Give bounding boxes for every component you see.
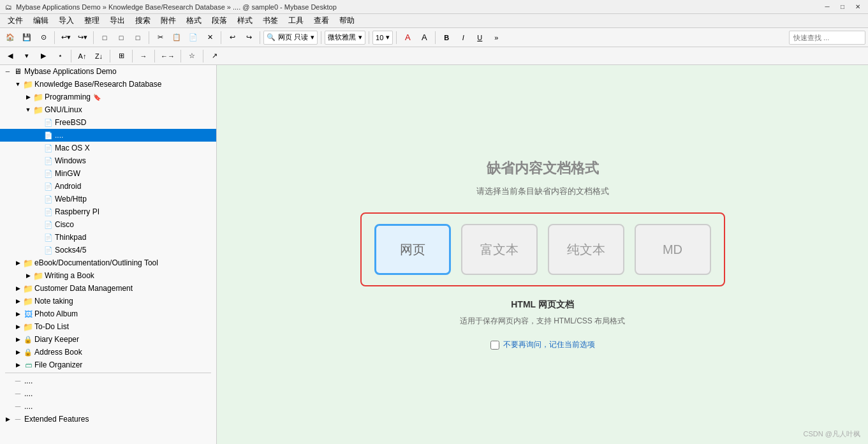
expander-customer: ▶ <box>13 285 23 292</box>
tree-item-mybase-demo[interactable]: ─ 🖥 Mybase Applications Demo <box>0 65 216 78</box>
back-btn[interactable]: ↩▾ <box>58 30 73 45</box>
tree-item-todolist[interactable]: ▶ 📁 To-Do List <box>0 320 216 333</box>
undo-btn[interactable]: ↩ <box>224 30 240 45</box>
save-btn[interactable]: 💾 <box>19 30 34 45</box>
tree-item-notetaking[interactable]: ▶ 📁 Note taking <box>0 295 216 307</box>
close-btn[interactable]: ✕ <box>853 2 863 12</box>
menu-search[interactable]: 搜索 <box>130 14 156 27</box>
tree-item-kb[interactable]: ▼ 📁 Knowledge Base/Research Database <box>0 78 216 91</box>
tree-item-diary[interactable]: ▶ 🔒 Diary Keeper <box>0 333 216 346</box>
label-cisco: Cisco <box>55 220 74 229</box>
tree-item-photoalbum[interactable]: ▶ 🖼 Photo Album <box>0 307 216 320</box>
tree-item-addressbook[interactable]: ▶ 🔒 Address Book <box>0 346 216 359</box>
menu-tools[interactable]: 工具 <box>283 14 309 27</box>
sort-az-btn[interactable]: A↑ <box>75 48 90 64</box>
remember-checkbox[interactable] <box>490 341 499 350</box>
redo-btn[interactable]: ↪ <box>241 30 256 45</box>
tree-item-writingbook[interactable]: ▶ 📁 Writing a Book <box>0 269 216 282</box>
tree-item-raspberry[interactable]: 📄 Raspberry PI <box>0 205 216 218</box>
tree-item-programming[interactable]: ▶ 📁 Programming 🔖 <box>0 91 216 103</box>
sep15 <box>203 50 203 63</box>
link-btn[interactable]: ↗ <box>207 48 222 64</box>
indent-btn[interactable]: → <box>136 48 151 64</box>
label-notetaking: Note taking <box>34 297 73 306</box>
bookmark-btn[interactable]: ☆ <box>184 48 200 64</box>
view-mode-dropdown[interactable]: 🔍 网页 只读 ▾ <box>263 31 318 45</box>
expander-diary: ▶ <box>13 336 23 343</box>
nav-dropdown-btn[interactable]: ▾ <box>19 48 34 64</box>
paste-btn[interactable]: 📄 <box>186 30 201 45</box>
menu-import[interactable]: 导入 <box>54 14 79 27</box>
selected-format-desc: 适用于保存网页内容，支持 HTML/CSS 布局格式 <box>460 316 625 327</box>
tree-item-cisco[interactable]: 📄 Cisco <box>0 218 216 231</box>
tree-item-ebook[interactable]: ▶ 📁 eBook/Documentation/Outlining Tool <box>0 256 216 269</box>
tree-item-gnulinux[interactable]: ▼ 📁 GNU/Linux <box>0 103 216 116</box>
menu-file[interactable]: 文件 <box>3 14 28 27</box>
sep11 <box>110 50 110 63</box>
tree-item-freebsd[interactable]: 📄 FreeBSD <box>0 116 216 129</box>
remember-label[interactable]: 不要再询问，记住当前选项 <box>503 339 595 350</box>
view-btn1[interactable]: □ <box>97 30 112 45</box>
more-btn[interactable]: » <box>489 30 504 45</box>
label-dots-selected: .... <box>55 131 63 140</box>
tree-item-mingw[interactable]: 📄 MinGW <box>0 167 216 180</box>
tree-item-windows[interactable]: 📄 Windows <box>0 154 216 167</box>
tree-item-webhttp[interactable]: 📄 Web/Http <box>0 193 216 205</box>
italic-btn[interactable]: I <box>455 30 471 45</box>
tree-item-fileorganizer[interactable]: ▶ 🗃 File Organizer <box>0 359 216 371</box>
format-option-webpage[interactable]: 网页 <box>374 224 451 275</box>
maximize-btn[interactable]: □ <box>837 2 848 12</box>
tree-item-android[interactable]: 📄 Android <box>0 180 216 193</box>
nav-prev-btn[interactable]: ◀ <box>3 48 18 64</box>
sort-za-btn[interactable]: Z↓ <box>91 48 107 64</box>
font-family-dropdown[interactable]: 微软雅黑 ▾ <box>325 31 365 45</box>
format-option-plaintext[interactable]: 纯文本 <box>548 224 624 275</box>
cut-btn[interactable]: ✂ <box>152 30 168 45</box>
home-btn[interactable]: 🏠 <box>3 30 18 45</box>
forward-btn[interactable]: ↪▾ <box>75 30 90 45</box>
menu-export[interactable]: 导出 <box>105 14 130 27</box>
nav-next-btn[interactable]: ▶ <box>36 48 51 64</box>
tag-icon-programming: 🔖 <box>93 94 101 101</box>
menu-edit[interactable]: 编辑 <box>28 14 54 27</box>
font-size-dropdown[interactable]: 10 ▾ <box>372 31 393 45</box>
font-color-btn[interactable]: A <box>400 30 415 45</box>
tree-item-dots-selected[interactable]: 📄 .... <box>0 129 216 142</box>
underline-btn[interactable]: U <box>472 30 487 45</box>
quick-search-input[interactable] <box>789 31 865 45</box>
tree-item-customer[interactable]: ▶ 📁 Customer Data Management <box>0 282 216 295</box>
tree-item-socks[interactable]: 📄 Socks4/5 <box>0 244 216 256</box>
label-mybase-demo: Mybase Applications Demo <box>24 67 117 76</box>
tree-item-sep2[interactable]: ─ .... <box>0 387 216 400</box>
search-icon: 🔍 <box>267 33 276 41</box>
bold-btn[interactable]: B <box>439 30 454 45</box>
menu-organize[interactable]: 整理 <box>79 14 105 27</box>
tree-item-extended[interactable]: ▶ ─ Extended Features <box>0 413 216 426</box>
menu-attachment[interactable]: 附件 <box>156 14 181 27</box>
menu-paragraph[interactable]: 段落 <box>207 14 232 27</box>
tree-item-sep1[interactable]: ─ .... <box>0 374 216 387</box>
menu-help[interactable]: 帮助 <box>334 14 360 27</box>
star-btn[interactable]: ⋆ <box>52 48 68 64</box>
tree-item-sep3[interactable]: ─ .... <box>0 400 216 413</box>
tree-item-macosx[interactable]: 📄 Mac OS X <box>0 142 216 154</box>
stop-btn[interactable]: ⊙ <box>36 30 51 45</box>
highlight-btn[interactable]: A <box>416 30 432 45</box>
folder-icon-kb: 📁 <box>23 80 33 89</box>
format-option-richtext[interactable]: 富文本 <box>461 224 538 275</box>
format-option-md[interactable]: MD <box>635 224 711 275</box>
expand-btn[interactable]: ⊞ <box>114 48 129 64</box>
copy-btn[interactable]: 📋 <box>169 30 184 45</box>
outdent-btn[interactable]: ←→ <box>158 48 177 64</box>
view-btn3[interactable]: □ <box>130 30 145 45</box>
menu-view[interactable]: 查看 <box>309 14 334 27</box>
tree-item-thinkpad[interactable]: 📄 Thinkpad <box>0 231 216 244</box>
menu-format[interactable]: 格式 <box>181 14 207 27</box>
view-btn2[interactable]: □ <box>114 30 129 45</box>
sep12 <box>132 50 133 63</box>
menu-style[interactable]: 样式 <box>232 14 258 27</box>
label-kb: Knowledge Base/Research Database <box>34 80 161 89</box>
minimize-btn[interactable]: ─ <box>822 2 832 12</box>
delete-btn[interactable]: ✕ <box>202 30 217 45</box>
menu-bookmark[interactable]: 书签 <box>258 14 283 27</box>
